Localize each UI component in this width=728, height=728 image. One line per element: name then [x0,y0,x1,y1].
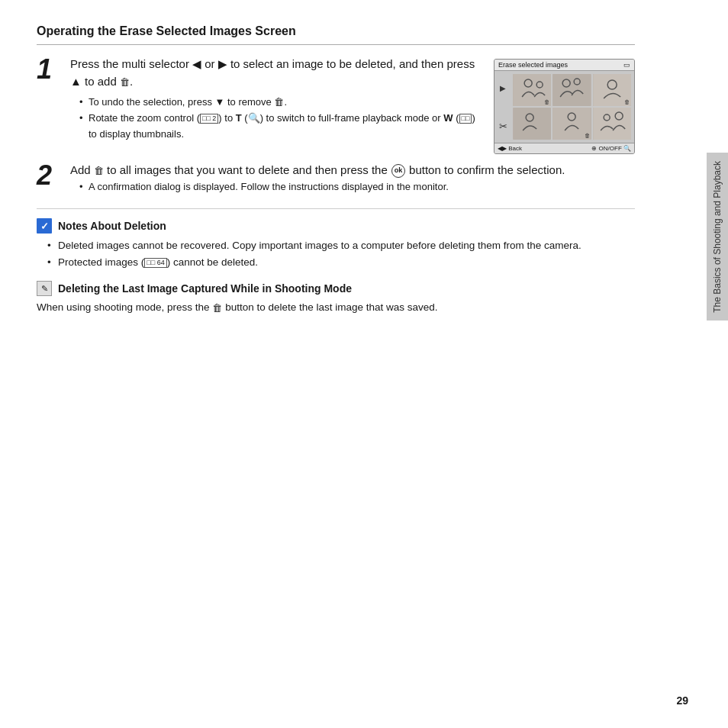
step1-bullet1: To undo the selection, press ▼ to remove… [79,95,482,111]
pencil-header: ✎ Deleting the Last Image Captured While… [37,281,635,296]
left-arrow-icon: ◀ [192,57,201,70]
svg-rect-12 [593,108,631,140]
battery-icon: ▭ [623,61,630,69]
trash-icon-pencil: 🗑 [212,301,222,317]
notes-section: ✓ Notes About Deletion Deleted images ca… [37,218,635,270]
notes-check-icon: ✓ [37,218,52,234]
svg-rect-3 [552,74,591,106]
svg-rect-8 [513,108,551,140]
step2-container: 2 Add 🗑 to all images that you want to d… [37,162,635,195]
step2-bullets: A confirmation dialog is displayed. Foll… [79,179,635,195]
page-title: Operating the Erase Selected Images Scre… [37,24,635,45]
thumb-2 [552,74,591,106]
notes-bullet2: Protected images (□□ 64) cannot be delet… [47,254,635,271]
ref-box-64: □□ 64 [144,258,166,268]
notes-header: ✓ Notes About Deletion [37,218,635,234]
camera-screen-header: Erase selected images ▭ [494,60,634,71]
sidebar-tab-label: The Basics of Shooting and Playback [712,161,723,313]
step1-text-area: Press the multi selector ◀ or ▶ to selec… [70,56,482,143]
ref-box-2: □□ 2 [200,114,218,124]
thumb-5: 🗑 [552,108,591,140]
divider [37,208,635,209]
thumb5-trash: 🗑 [585,133,590,138]
step1-bullet2: Rotate the zoom control (□□ 2) to T (🔍) … [79,111,482,143]
scissors-icon: ✂ [498,121,507,131]
notes-bullet1: Deleted images cannot be recovered. Copy… [47,237,635,254]
zoom-in-icon: 🔍 [248,112,260,124]
ref-box-w: □□ [459,114,472,124]
step2-text: Add 🗑 to all images that you want to del… [70,162,635,179]
main-content: Operating the Erase Selected Images Scre… [0,0,672,340]
sidebar-tab: The Basics of Shooting and Playback [707,153,728,321]
footer-onoff: ⊕ ON/OFF 🔍 [591,145,631,152]
footer-back: ◀▶ Back [498,145,522,152]
notes-title: Notes About Deletion [58,220,166,232]
step1-text: Press the multi selector ◀ or ▶ to selec… [70,56,482,90]
thumb-4 [513,108,551,140]
play-icon: ▶ [498,82,507,93]
camera-screen-footer: ◀▶ Back ⊕ ON/OFF 🔍 [494,143,634,153]
step1-bullets: To undo the selection, press ▼ to remove… [79,95,482,143]
pencil-text: When using shooting mode, press the 🗑 bu… [37,299,635,316]
step1-number: 1 [37,56,70,83]
camera-screen-body: ▶ ✂ [494,71,634,143]
thumb-1: 🗑 [513,74,551,106]
step1-content: Press the multi selector ◀ or ▶ to selec… [70,56,635,154]
right-arrow-icon: ▶ [218,57,227,70]
camera-screen: Erase selected images ▭ ▶ ✂ [494,59,635,154]
thumb-grid: 🗑 [511,72,633,141]
trash-icon: 🗑 [120,75,130,90]
step1-container: 1 Press the multi selector ◀ or ▶ to sel… [37,56,635,154]
step2-number: 2 [37,162,70,189]
pencil-icon: ✎ [37,281,52,296]
trash-icon-2: 🗑 [274,95,284,111]
pencil-title: Deleting the Last Image Captured While i… [58,282,352,295]
thumb1-trash: 🗑 [544,99,549,105]
thumb-6 [593,108,631,140]
page-number: 29 [676,694,688,707]
thumb3-trash: 🗑 [624,99,630,105]
down-arrow-sm: ▼ [215,96,225,108]
notes-bullets: Deleted images cannot be recovered. Copy… [47,237,635,270]
step2-bullet1: A confirmation dialog is displayed. Foll… [79,179,635,195]
thumb-3: 🗑 [593,74,631,106]
step2-content: Add 🗑 to all images that you want to del… [70,162,635,195]
ok-button-icon: ok [391,164,405,178]
trash-icon-step2: 🗑 [94,163,104,179]
camera-screen-title: Erase selected images [498,61,568,69]
step1-layout: Press the multi selector ◀ or ▶ to selec… [70,56,635,154]
up-arrow-icon: ▲ [70,75,82,88]
pencil-note: ✎ Deleting the Last Image Captured While… [37,281,635,316]
camera-left-controls: ▶ ✂ [496,72,510,141]
